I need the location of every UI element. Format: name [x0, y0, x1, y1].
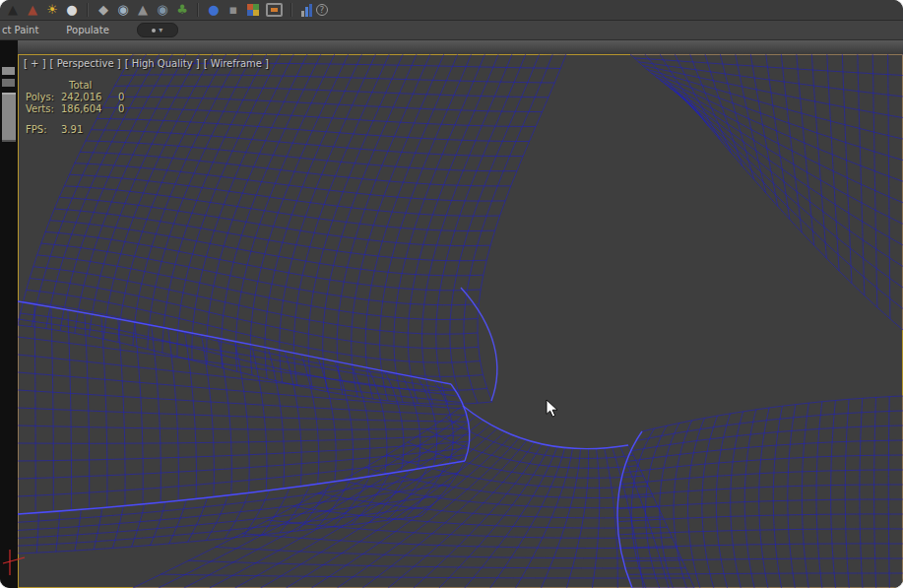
polys-selected: 0: [118, 92, 142, 103]
shaded-sphere-icon[interactable]: ◉: [113, 0, 133, 20]
material-editor-icon[interactable]: [247, 4, 259, 16]
fps-value: 3.91: [61, 124, 118, 136]
tab-object-paint[interactable]: ct Paint: [0, 25, 52, 35]
viewport-menu-pov[interactable]: [ Perspective ]: [50, 58, 121, 69]
stats-header: Total: [61, 80, 118, 92]
globe-icon[interactable]: ◉: [153, 0, 172, 20]
side-tab-1[interactable]: [2, 67, 15, 75]
toolbar-separator: [87, 3, 89, 17]
viewport-menu-quality[interactable]: [ High Quality ]: [125, 58, 200, 69]
statistics-overlay: Total Polys: 242,016 0 Verts: 186,604 0 …: [26, 80, 142, 136]
axis-gizmo-icon: [0, 544, 30, 579]
verts-label: Verts:: [26, 103, 61, 115]
layer-chart-icon[interactable]: [301, 4, 312, 17]
polys-value: 242,016: [61, 92, 118, 103]
ribbon-body-collapsed: [18, 40, 903, 54]
toolbar-separator: [197, 3, 199, 17]
sphere-icon[interactable]: ●: [62, 0, 82, 20]
select-cone-icon[interactable]: ▲: [3, 0, 23, 20]
stats-row-polys: Polys: 242,016 0: [26, 92, 142, 103]
sun-icon[interactable]: ☀: [42, 0, 62, 20]
side-tab-3[interactable]: [2, 93, 16, 142]
plant-icon[interactable]: ♣: [172, 0, 192, 20]
verts-selected: 0: [118, 103, 142, 115]
mouse-cursor: [546, 399, 561, 420]
verts-value: 186,604: [61, 103, 118, 115]
fps-label: FPS:: [26, 124, 61, 136]
cube-icon[interactable]: ▪: [224, 0, 243, 20]
app-window: ▲▲☀●◆◉▲◉♣●▪? ct Paint Populate ▾ [ + ][ …: [0, 0, 903, 588]
stats-row-verts: Verts: 186,604 0: [26, 103, 142, 115]
chevron-down-icon: ▾: [159, 26, 162, 34]
stats-row-fps: FPS: 3.91: [26, 124, 142, 136]
ribbon-tab-bar: ct Paint Populate ▾: [0, 21, 903, 40]
side-tab-2[interactable]: [2, 79, 15, 87]
polys-label: Polys:: [26, 92, 61, 103]
mirror-tool-icon[interactable]: ▲: [133, 0, 153, 20]
snap-diamond-icon[interactable]: ◆: [94, 0, 113, 20]
render-frame-icon[interactable]: [266, 3, 283, 17]
viewport[interactable]: [ + ][ Perspective ][ High Quality ][ Wi…: [18, 54, 903, 588]
viewport-label: [ + ][ Perspective ][ High Quality ][ Wi…: [24, 58, 273, 69]
dropdown-dot-icon: [152, 29, 156, 33]
warning-triangle-icon[interactable]: ▲: [23, 0, 42, 20]
help-icon[interactable]: ?: [316, 4, 328, 16]
render-setup-icon[interactable]: ●: [204, 0, 224, 20]
main-toolbar: ▲▲☀●◆◉▲◉♣●▪?: [0, 0, 903, 21]
viewport-menu-shading[interactable]: [ Wireframe ]: [204, 58, 269, 69]
ribbon-dropdown[interactable]: ▾: [137, 23, 178, 37]
viewport-menu-plus[interactable]: [ + ]: [24, 58, 46, 69]
tab-populate[interactable]: Populate: [52, 25, 122, 35]
wireframe-mesh: [18, 54, 903, 588]
toolbar-separator: [290, 3, 292, 17]
left-panel-strip: [0, 40, 18, 588]
stats-spacer: [26, 80, 61, 92]
